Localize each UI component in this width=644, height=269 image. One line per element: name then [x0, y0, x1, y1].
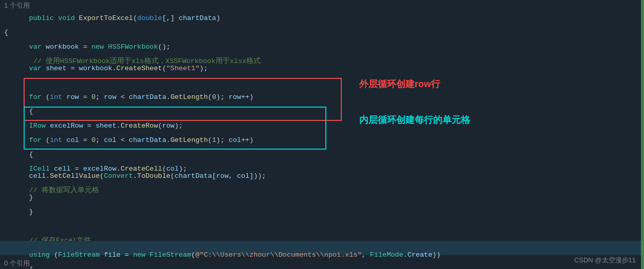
code-container: 外层循环创建row行 内层循环创建每行的单元格 1 个引用 public voi…	[0, 0, 644, 269]
watermark: CSDN @太空漫步11	[574, 256, 636, 265]
code-line-13: }	[0, 198, 644, 212]
code-line-11: cell.SetCellValue(Convert.ToDouble(chart…	[0, 169, 644, 183]
ref-count-bottom: 0 个引用	[0, 258, 34, 269]
right-scrollbar[interactable]	[641, 0, 644, 269]
code-line-12: }	[0, 183, 644, 198]
